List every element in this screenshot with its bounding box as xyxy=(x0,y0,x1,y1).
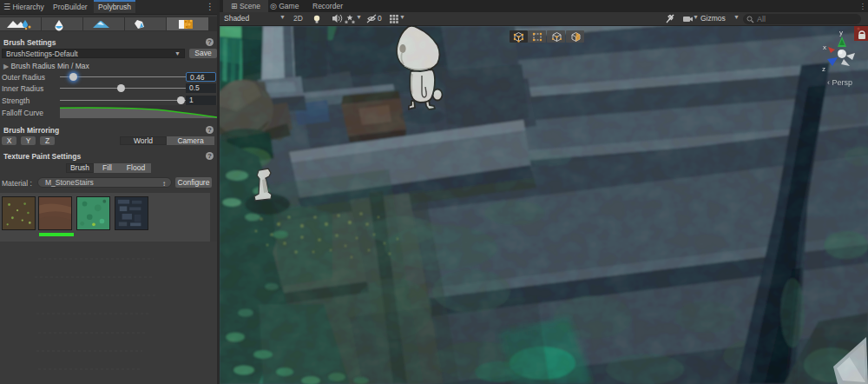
svg-text:z: z xyxy=(822,65,825,73)
svg-text:‹ Persp: ‹ Persp xyxy=(827,78,852,87)
svg-text:y: y xyxy=(839,29,843,36)
svg-text:x: x xyxy=(823,43,826,51)
